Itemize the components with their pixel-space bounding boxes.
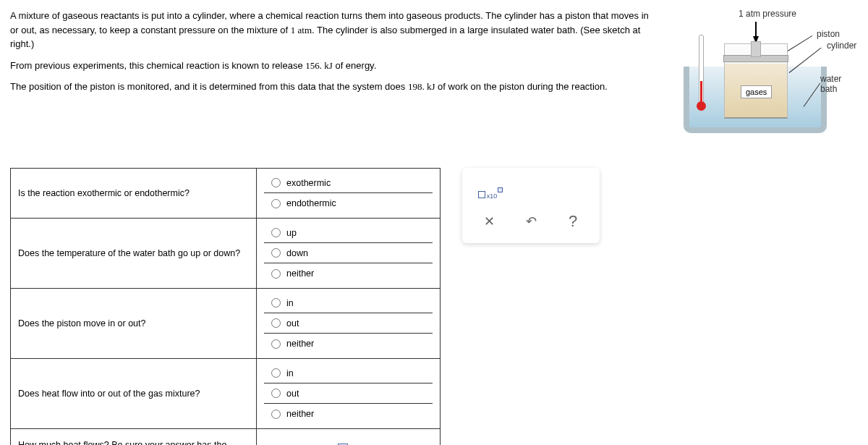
p3-text-b: of work on the piston during the reactio… <box>435 81 607 92</box>
q4-opt-label-2: neither <box>286 409 314 419</box>
water-bath-label: water bath <box>820 74 858 94</box>
q4-opt-out[interactable] <box>271 389 281 398</box>
undo-button[interactable]: ↶ <box>519 211 543 232</box>
help-button[interactable]: ? <box>561 211 585 232</box>
q2-opt-label-2: neither <box>286 268 314 279</box>
q2-opt-neither[interactable] <box>271 269 281 279</box>
piston-rod <box>751 41 761 57</box>
sci-check-icon <box>478 191 485 198</box>
q3-opt-label-2: neither <box>286 339 314 349</box>
cylinder-label: cylinder <box>827 41 856 51</box>
gases-label: gases <box>741 85 772 98</box>
apparatus-diagram: 1 atm pressure gases piston cylinder wat… <box>673 9 858 139</box>
p2-value: 156. kJ <box>305 60 333 71</box>
q5-text: How much heat flows? Be sure your answer… <box>11 429 257 446</box>
x10-label: x10 <box>487 192 498 200</box>
sci-notation-button[interactable]: x10 <box>477 179 504 200</box>
x-icon: ✕ <box>484 213 495 229</box>
piston-lead-line <box>788 35 812 51</box>
sci-exp-icon <box>498 187 503 192</box>
thermometer-bulb <box>697 101 706 111</box>
q1-opt-endothermic[interactable] <box>271 199 281 208</box>
p3-value: 198. kJ <box>408 81 435 92</box>
q4-opt-label-1: out <box>286 389 299 399</box>
problem-statement: A mixture of gaseous reactants is put in… <box>10 9 673 139</box>
q2-opt-label-0: up <box>286 228 297 238</box>
q3-opt-label-1: out <box>286 318 299 329</box>
clear-button[interactable]: ✕ <box>477 211 501 232</box>
q4-opt-label-0: in <box>286 368 294 378</box>
q3-opt-out[interactable] <box>271 318 281 328</box>
input-toolbar: x10 ✕ ↶ ? <box>462 168 600 243</box>
answer-table: Is the reaction exothermic or endothermi… <box>10 168 441 445</box>
q1-text: Is the reaction exothermic or endothermi… <box>11 169 257 219</box>
q2-opt-label-1: down <box>286 248 308 258</box>
q2-text: Does the temperature of the water bath g… <box>11 219 257 289</box>
q2-opt-down[interactable] <box>271 248 281 258</box>
piston-label: piston <box>817 29 840 39</box>
p3-text-a: The position of the piston is monitored,… <box>10 81 408 92</box>
help-icon: ? <box>569 212 577 231</box>
q4-opt-in[interactable] <box>271 368 281 378</box>
q4-text: Does heat flow into or out of the gas mi… <box>11 359 257 429</box>
q1-opt-label-0: exothermic <box>286 178 331 188</box>
undo-icon: ↶ <box>526 213 537 229</box>
pressure-arrow-stem <box>755 22 757 38</box>
q3-opt-label-0: in <box>286 298 294 308</box>
q3-text: Does the piston move in or out? <box>11 289 257 359</box>
p1-value: 1 atm <box>291 25 312 35</box>
q1-opt-exothermic[interactable] <box>271 178 281 187</box>
q4-opt-neither[interactable] <box>271 410 281 419</box>
q3-opt-neither[interactable] <box>271 339 281 349</box>
q1-opt-label-1: endothermic <box>286 198 336 208</box>
p2-text-b: of energy. <box>333 60 376 71</box>
q2-opt-up[interactable] <box>271 228 281 237</box>
pressure-label: 1 atm pressure <box>739 9 796 19</box>
q3-opt-in[interactable] <box>271 298 281 308</box>
p2-text-a: From previous experiments, this chemical… <box>10 60 305 71</box>
